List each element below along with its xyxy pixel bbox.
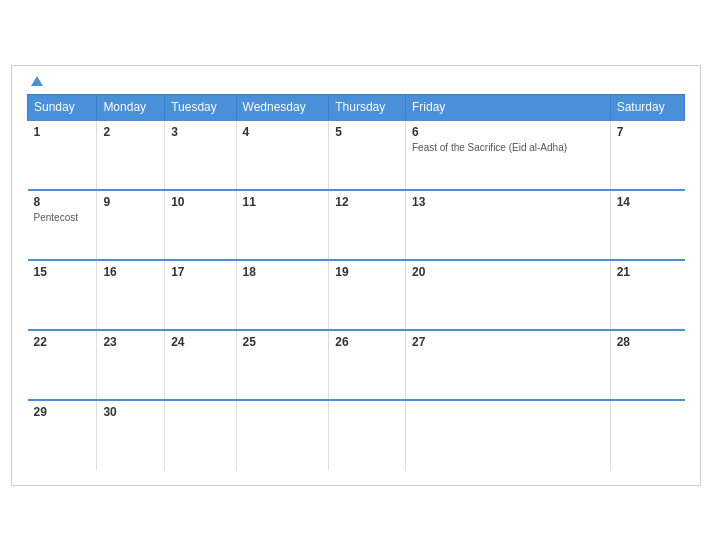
day-header-thursday: Thursday (329, 94, 406, 120)
logo-triangle-icon (31, 76, 43, 86)
day-cell (329, 400, 406, 470)
day-cell: 19 (329, 260, 406, 330)
day-cell: 25 (236, 330, 329, 400)
calendar-thead: SundayMondayTuesdayWednesdayThursdayFrid… (28, 94, 685, 120)
day-header-sunday: Sunday (28, 94, 97, 120)
day-cell: 5 (329, 120, 406, 190)
day-cell: 7 (610, 120, 684, 190)
day-cell: 9 (97, 190, 165, 260)
day-cell: 10 (165, 190, 236, 260)
day-number: 13 (412, 195, 604, 209)
week-row-1: 8Pentecost91011121314 (28, 190, 685, 260)
day-header-tuesday: Tuesday (165, 94, 236, 120)
day-cell: 14 (610, 190, 684, 260)
day-number: 20 (412, 265, 604, 279)
day-number: 7 (617, 125, 679, 139)
day-number: 16 (103, 265, 158, 279)
day-number: 25 (243, 335, 323, 349)
logo (27, 76, 43, 86)
day-cell: 21 (610, 260, 684, 330)
day-number: 29 (34, 405, 91, 419)
day-cell: 1 (28, 120, 97, 190)
day-cell: 26 (329, 330, 406, 400)
day-number: 1 (34, 125, 91, 139)
day-cell (610, 400, 684, 470)
day-cell: 11 (236, 190, 329, 260)
week-row-2: 15161718192021 (28, 260, 685, 330)
calendar-header (27, 76, 685, 86)
day-cell: 27 (405, 330, 610, 400)
day-number: 3 (171, 125, 229, 139)
day-header-saturday: Saturday (610, 94, 684, 120)
day-number: 10 (171, 195, 229, 209)
day-cell: 13 (405, 190, 610, 260)
day-cell: 16 (97, 260, 165, 330)
day-cell (236, 400, 329, 470)
event-text: Pentecost (34, 211, 91, 224)
week-row-0: 123456Feast of the Sacrifice (Eid al-Adh… (28, 120, 685, 190)
day-cell: 30 (97, 400, 165, 470)
day-header-wednesday: Wednesday (236, 94, 329, 120)
day-cell: 29 (28, 400, 97, 470)
day-cell: 23 (97, 330, 165, 400)
day-number: 14 (617, 195, 679, 209)
day-cell: 28 (610, 330, 684, 400)
day-number: 6 (412, 125, 604, 139)
day-number: 8 (34, 195, 91, 209)
day-number: 12 (335, 195, 399, 209)
day-cell: 2 (97, 120, 165, 190)
day-cell: 24 (165, 330, 236, 400)
day-number: 11 (243, 195, 323, 209)
day-number: 27 (412, 335, 604, 349)
day-cell: 22 (28, 330, 97, 400)
day-cell: 8Pentecost (28, 190, 97, 260)
day-header-monday: Monday (97, 94, 165, 120)
day-number: 4 (243, 125, 323, 139)
logo-general (27, 76, 43, 86)
day-number: 21 (617, 265, 679, 279)
calendar-tbody: 123456Feast of the Sacrifice (Eid al-Adh… (28, 120, 685, 470)
day-cell: 4 (236, 120, 329, 190)
day-cell: 3 (165, 120, 236, 190)
day-header-friday: Friday (405, 94, 610, 120)
day-cell: 6Feast of the Sacrifice (Eid al-Adha) (405, 120, 610, 190)
day-cell: 18 (236, 260, 329, 330)
event-text: Feast of the Sacrifice (Eid al-Adha) (412, 141, 604, 154)
day-number: 22 (34, 335, 91, 349)
day-number: 30 (103, 405, 158, 419)
week-row-3: 22232425262728 (28, 330, 685, 400)
day-cell: 17 (165, 260, 236, 330)
day-cell (405, 400, 610, 470)
day-headers-row: SundayMondayTuesdayWednesdayThursdayFrid… (28, 94, 685, 120)
day-number: 24 (171, 335, 229, 349)
day-cell: 20 (405, 260, 610, 330)
day-number: 28 (617, 335, 679, 349)
day-number: 5 (335, 125, 399, 139)
day-number: 26 (335, 335, 399, 349)
day-number: 23 (103, 335, 158, 349)
day-cell: 15 (28, 260, 97, 330)
day-number: 2 (103, 125, 158, 139)
day-number: 9 (103, 195, 158, 209)
day-number: 19 (335, 265, 399, 279)
calendar-table: SundayMondayTuesdayWednesdayThursdayFrid… (27, 94, 685, 470)
day-number: 17 (171, 265, 229, 279)
day-number: 15 (34, 265, 91, 279)
day-cell: 12 (329, 190, 406, 260)
week-row-4: 2930 (28, 400, 685, 470)
day-cell (165, 400, 236, 470)
day-number: 18 (243, 265, 323, 279)
calendar-container: SundayMondayTuesdayWednesdayThursdayFrid… (11, 65, 701, 486)
